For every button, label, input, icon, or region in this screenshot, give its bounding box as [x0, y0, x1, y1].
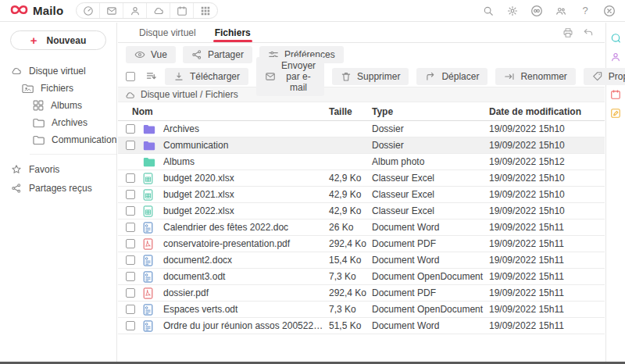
pdf-icon: [143, 287, 163, 299]
sidebar-item-fichiers[interactable]: Fichiers: [0, 80, 116, 97]
tree-item-label: Archives: [52, 117, 88, 128]
row-checkbox[interactable]: [126, 305, 135, 314]
column-taille[interactable]: Taille: [329, 106, 372, 117]
logout-icon[interactable]: [603, 5, 616, 17]
file-date: 19/09/2022 15h10: [489, 140, 605, 151]
folder-outline-icon: [33, 135, 45, 145]
sidebar: + Nouveau Disque virtuelFichiersAlbumsAr…: [0, 23, 117, 362]
album-folder-icon: [143, 157, 163, 167]
word-icon: [143, 255, 163, 266]
help-icon[interactable]: ?: [579, 5, 591, 17]
tree-item-label: Disque virtuel: [29, 66, 86, 77]
sidebar-item-communication[interactable]: Communication: [0, 131, 116, 148]
notes-icon[interactable]: [610, 107, 622, 119]
file-size: 26 Ko: [329, 222, 372, 233]
topbar-nav: [76, 2, 218, 19]
settings-icon[interactable]: [506, 5, 519, 17]
tab-disque-virtuel[interactable]: Disque virtuel: [130, 23, 205, 42]
table-row[interactable]: ArchivesDossier19/09/2022 15h10: [118, 121, 605, 137]
mailo-virtual-disk-page: Mailo ? + Nouveau Disque virtuelFichiers…: [0, 0, 625, 364]
déplacer-button[interactable]: Déplacer: [416, 68, 488, 85]
star-icon: [11, 164, 22, 175]
file-size: 42,9 Ko: [329, 205, 372, 216]
file-type: Document OpenDocument: [372, 271, 489, 282]
side-link-label: Favoris: [29, 164, 59, 175]
table-row[interactable]: Espaces verts.odt7,3 KoDocument OpenDocu…: [118, 302, 605, 318]
file-type: Document Word: [372, 320, 489, 331]
sidebar-item-partages-reçus[interactable]: Partages reçus: [0, 179, 116, 198]
account-icon[interactable]: [530, 5, 543, 17]
file-name: conservatoire-presentation.pdf: [163, 238, 329, 249]
row-checkbox[interactable]: [126, 223, 135, 232]
file-date: 19/09/2022 15h10: [489, 205, 605, 216]
dashboard-icon[interactable]: [77, 2, 100, 19]
table-row[interactable]: Calendrier des fêtes 2022.doc26 KoDocume…: [118, 219, 605, 236]
file-size: 15,4 Ko: [329, 255, 372, 266]
table-row[interactable]: document2.docx15,4 KoDocument Word19/09/…: [118, 252, 605, 269]
row-checkbox[interactable]: [126, 321, 135, 330]
mail-icon[interactable]: [100, 2, 123, 19]
contacts-icon[interactable]: [123, 2, 147, 19]
calendar-icon[interactable]: [170, 2, 194, 19]
file-size: 292,4 Ko: [329, 287, 372, 298]
groups-icon[interactable]: [555, 5, 567, 17]
envoyer-par-e-mail-button[interactable]: Envoyer par e-mail: [256, 57, 324, 96]
undo-icon[interactable]: [583, 27, 594, 38]
sidebar-item-archives[interactable]: Archives: [0, 114, 116, 131]
button-label: Télécharger: [190, 71, 240, 82]
row-checkbox[interactable]: [126, 124, 135, 134]
row-checkbox[interactable]: [126, 173, 135, 183]
table-row[interactable]: Ordre du jour réunion assos 200522.doc51…: [118, 318, 605, 334]
file-name: Calendrier des fêtes 2022.doc: [163, 222, 329, 233]
file-name: Communication: [163, 140, 329, 151]
tab-fichiers[interactable]: Fichiers: [205, 23, 260, 42]
row-checkbox-cell: [126, 206, 143, 216]
row-checkbox[interactable]: [126, 239, 135, 248]
column-type[interactable]: Type: [372, 106, 489, 117]
cloud-icon[interactable]: [147, 2, 170, 19]
sidebar-item-albums[interactable]: Albums: [0, 97, 116, 114]
table-row[interactable]: CommunicationDossier19/09/2022 15h10: [118, 137, 605, 154]
table-row[interactable]: conservatoire-presentation.pdf292,4 KoDo…: [118, 236, 605, 252]
propriétés-button[interactable]: Propriétés: [584, 68, 625, 85]
row-checkbox-cell: [126, 124, 143, 134]
mailo-logo[interactable]: Mailo: [9, 2, 63, 20]
odt-icon: [143, 271, 163, 283]
column-date[interactable]: Date de modification: [489, 106, 605, 117]
row-checkbox[interactable]: [126, 288, 135, 298]
supprimer-button[interactable]: Supprimer: [332, 68, 409, 85]
sidebar-item-favoris[interactable]: Favoris: [0, 160, 116, 179]
button-label: Supprimer: [357, 71, 400, 82]
apps-grid-icon[interactable]: [194, 2, 217, 19]
file-type: Classeur Excel: [372, 205, 489, 216]
row-checkbox[interactable]: [126, 272, 135, 281]
table-row[interactable]: budget 2020.xlsx42,9 KoClasseur Excel19/…: [118, 170, 605, 187]
table-row[interactable]: dossier.pdf292,4 KoDocument PDF19/09/202…: [118, 285, 605, 302]
table-row[interactable]: budget 2022.xlsx42,9 KoClasseur Excel19/…: [118, 203, 605, 219]
search-icon[interactable]: [482, 5, 495, 17]
select-all-checkbox[interactable]: [126, 72, 135, 81]
sidebar-item-disque-virtuel[interactable]: Disque virtuel: [0, 62, 116, 80]
table-row[interactable]: document3.odt7,3 KoDocument OpenDocument…: [118, 269, 605, 285]
renommer-button[interactable]: Renommer: [495, 68, 575, 85]
row-checkbox-cell: [126, 255, 143, 265]
row-checkbox[interactable]: [126, 141, 135, 150]
new-button[interactable]: + Nouveau: [10, 30, 106, 50]
row-checkbox-cell: [126, 173, 143, 183]
télécharger-button[interactable]: Télécharger: [165, 68, 248, 85]
column-nom[interactable]: Nom: [132, 106, 329, 117]
row-checkbox-cell: [126, 272, 143, 281]
selection-mode-icon[interactable]: [145, 70, 157, 82]
print-icon[interactable]: [562, 27, 573, 38]
messenger-icon[interactable]: [610, 32, 622, 44]
folder-files-icon: [22, 84, 34, 94]
table-row[interactable]: budget 2021.xlsx42,9 KoClasseur Excel19/…: [118, 187, 605, 203]
main-content: Disque virtuelFichiers VuePartagerPréfér…: [118, 23, 605, 362]
file-date: 19/09/2022 15h11: [489, 255, 605, 266]
row-checkbox[interactable]: [126, 190, 135, 199]
row-checkbox[interactable]: [126, 255, 135, 265]
table-row[interactable]: AlbumsAlbum photo19/09/2022 15h12: [118, 154, 605, 170]
trash-icon: [341, 71, 352, 82]
row-checkbox[interactable]: [126, 206, 135, 216]
row-checkbox-cell: [126, 288, 143, 298]
